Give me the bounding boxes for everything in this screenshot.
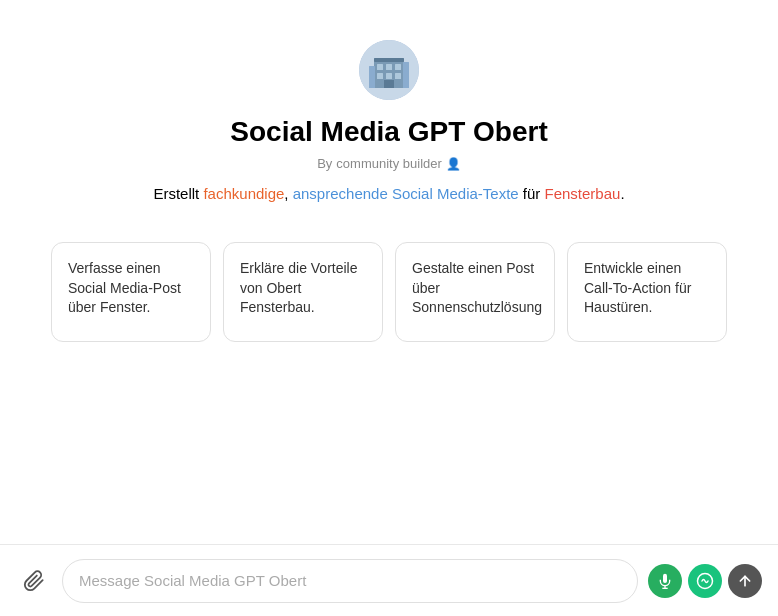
avatar (359, 40, 419, 100)
svg-rect-8 (395, 73, 401, 79)
author-prefix: By (317, 156, 332, 171)
suggestion-card-3[interactable]: Gestalte einen Post über Sonnenschutzlös… (395, 242, 555, 342)
svg-rect-5 (395, 64, 401, 70)
user-icon: 👤 (446, 157, 461, 171)
author-name: community builder (336, 156, 442, 171)
svg-rect-2 (374, 58, 404, 62)
main-content: Social Media GPT Obert By community buil… (0, 0, 778, 544)
svg-rect-3 (377, 64, 383, 70)
suggestion-card-1[interactable]: Verfasse einen Social Media-Post über Fe… (51, 242, 211, 342)
attach-button[interactable] (16, 563, 52, 599)
suggestion-cards: Verfasse einen Social Media-Post über Fe… (11, 242, 767, 342)
svg-rect-4 (386, 64, 392, 70)
svg-rect-10 (369, 66, 375, 88)
bottom-bar (0, 544, 778, 616)
description: Erstellt fachkundige, ansprechende Socia… (153, 185, 624, 202)
svg-rect-9 (384, 80, 394, 88)
svg-rect-6 (377, 73, 383, 79)
author-line: By community builder 👤 (317, 156, 461, 171)
svg-rect-11 (403, 62, 409, 88)
page-title: Social Media GPT Obert (230, 116, 547, 148)
voice-button[interactable] (648, 564, 682, 598)
gpt-button[interactable] (688, 564, 722, 598)
svg-rect-7 (386, 73, 392, 79)
suggestion-card-4[interactable]: Entwickle einen Call-To-Action für Haust… (567, 242, 727, 342)
message-input[interactable] (62, 559, 638, 603)
suggestion-card-2[interactable]: Erkläre die Vorteile von Obert Fensterba… (223, 242, 383, 342)
right-icons (648, 564, 762, 598)
send-button[interactable] (728, 564, 762, 598)
